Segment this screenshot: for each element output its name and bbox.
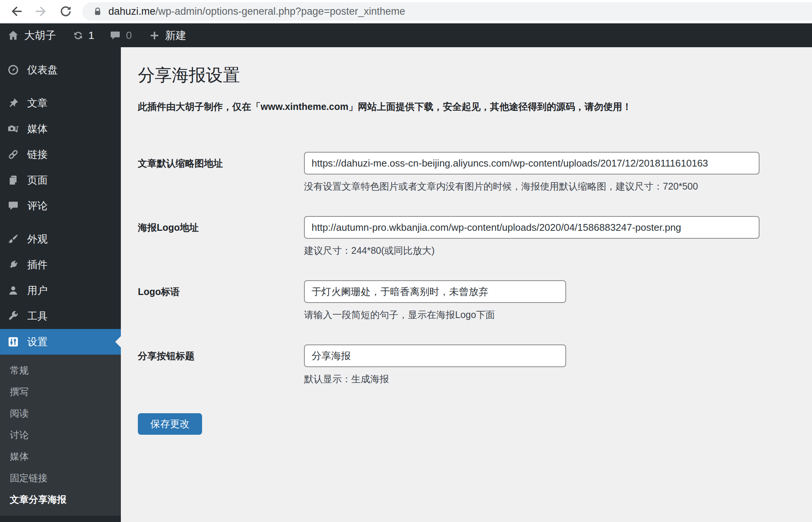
back-arrow-icon — [10, 5, 23, 18]
settings-page: 分享海报设置 此插件由大胡子制作，仅在「www.xintheme.com」网站上… — [121, 47, 812, 522]
pages-icon — [8, 175, 19, 186]
dashboard-icon — [8, 64, 19, 76]
logo-slogan-input[interactable] — [304, 280, 566, 303]
plugins-icon — [8, 259, 19, 270]
submenu-item-general[interactable]: 常规 — [0, 360, 121, 381]
field-label: 分享按钮标题 — [138, 344, 304, 367]
poster-settings-form: 文章默认缩略图地址 没有设置文章特色图片或者文章内没有图片的时候，海报使用默认缩… — [138, 152, 812, 435]
admin-bar-comments[interactable]: 0 — [110, 29, 132, 42]
sidebar-item-settings[interactable]: 设置 — [0, 329, 121, 355]
browser-forward-button[interactable] — [34, 5, 48, 18]
posts-icon — [8, 97, 19, 109]
wp-admin-bar: 大胡子 1 0 新建 — [0, 23, 812, 47]
media-icon — [8, 123, 19, 134]
admin-bar-updates[interactable]: 1 — [73, 29, 94, 42]
submenu-item-reading[interactable]: 阅读 — [0, 403, 121, 424]
sidebar-item-tools[interactable]: 工具 — [0, 303, 121, 329]
admin-bar-new-content[interactable]: 新建 — [149, 28, 186, 43]
default-thumbnail-url-input[interactable] — [304, 152, 760, 175]
comment-bubble-icon — [110, 30, 121, 41]
sidebar-item-label: 仪表盘 — [27, 63, 58, 77]
comments-icon — [8, 200, 19, 212]
submenu-item-permalinks[interactable]: 固定链接 — [0, 467, 121, 489]
sidebar-item-label: 评论 — [27, 199, 48, 213]
sidebar-item-appearance[interactable]: 外观 — [0, 226, 121, 252]
field-row-default-thumbnail: 文章默认缩略图地址 没有设置文章特色图片或者文章内没有图片的时候，海报使用默认缩… — [138, 152, 812, 192]
url-text: dahuzi.me/wp-admin/options-general.php?p… — [108, 6, 405, 17]
settings-submenu: 常规 撰写 阅读 讨论 媒体 固定链接 文章分享海报 — [0, 355, 121, 516]
browser-back-button[interactable] — [10, 5, 23, 18]
settings-icon — [8, 336, 19, 347]
sidebar-item-label: 文章 — [27, 96, 48, 110]
field-row-share-button-title: 分享按钮标题 默认显示：生成海报 — [138, 344, 812, 385]
reload-icon — [59, 5, 73, 18]
field-label: Logo标语 — [138, 280, 304, 303]
links-icon — [8, 149, 19, 160]
appearance-icon — [8, 233, 19, 245]
submenu-item-media[interactable]: 媒体 — [0, 446, 121, 467]
field-help: 没有设置文章特色图片或者文章内没有图片的时候，海报使用默认缩略图，建议尺寸：72… — [304, 181, 812, 192]
comment-count: 0 — [126, 29, 132, 42]
sidebar-item-label: 工具 — [27, 309, 48, 323]
field-label: 文章默认缩略图地址 — [138, 152, 304, 175]
field-help: 建议尺寸：244*80(或同比放大) — [304, 245, 812, 256]
sidebar-item-users[interactable]: 用户 — [0, 278, 121, 303]
sidebar-item-pages[interactable]: 页面 — [0, 167, 121, 193]
wp-admin-sidebar: 仪表盘 文章 媒体 链接 页面 — [0, 47, 121, 522]
tools-icon — [8, 310, 19, 322]
sidebar-item-label: 插件 — [27, 258, 48, 272]
submenu-item-share-poster[interactable]: 文章分享海报 — [0, 489, 121, 510]
submenu-item-writing[interactable]: 撰写 — [0, 381, 121, 403]
updates-icon — [73, 30, 84, 41]
menu-separator — [0, 83, 121, 90]
poster-logo-url-input[interactable] — [304, 216, 760, 239]
admin-bar-new-label: 新建 — [165, 28, 186, 43]
sidebar-item-label: 设置 — [27, 335, 48, 349]
lock-icon — [93, 7, 102, 16]
users-icon — [8, 285, 19, 296]
sidebar-item-comments[interactable]: 评论 — [0, 193, 121, 219]
admin-bar-site-name: 大胡子 — [24, 28, 56, 43]
field-label: 海报Logo地址 — [138, 216, 304, 239]
sidebar-item-plugins[interactable]: 插件 — [0, 252, 121, 278]
plus-icon — [149, 30, 160, 41]
admin-bar-site-menu[interactable]: 大胡子 — [8, 28, 56, 43]
page-title: 分享海报设置 — [138, 65, 812, 86]
sidebar-item-media[interactable]: 媒体 — [0, 116, 121, 142]
save-changes-button[interactable]: 保存更改 — [138, 413, 202, 435]
browser-reload-button[interactable] — [59, 5, 73, 18]
sidebar-item-label: 用户 — [27, 284, 48, 297]
field-help: 请输入一段简短的句子，显示在海报Logo下面 — [304, 309, 812, 320]
browser-toolbar: dahuzi.me/wp-admin/options-general.php?p… — [0, 0, 812, 23]
sidebar-item-posts[interactable]: 文章 — [0, 90, 121, 116]
sidebar-item-label: 媒体 — [27, 122, 48, 136]
menu-separator — [0, 219, 121, 226]
plugin-notice: 此插件由大胡子制作，仅在「www.xintheme.com」网站上面提供下载，安… — [138, 100, 812, 113]
sidebar-item-dashboard[interactable]: 仪表盘 — [0, 57, 121, 83]
sidebar-item-label: 外观 — [27, 232, 48, 246]
sidebar-item-links[interactable]: 链接 — [0, 142, 121, 167]
url-domain: dahuzi.me — [108, 6, 156, 17]
home-icon — [8, 30, 19, 41]
address-bar[interactable]: dahuzi.me/wp-admin/options-general.php?p… — [82, 2, 812, 21]
field-row-poster-logo: 海报Logo地址 建议尺寸：244*80(或同比放大) — [138, 216, 812, 256]
field-row-logo-slogan: Logo标语 请输入一段简短的句子，显示在海报Logo下面 — [138, 280, 812, 320]
forward-arrow-icon — [34, 5, 48, 18]
url-path: /wp-admin/options-general.php?page=poste… — [156, 6, 405, 17]
share-button-title-input[interactable] — [304, 344, 566, 367]
sidebar-item-label: 页面 — [27, 173, 48, 187]
update-count: 1 — [88, 29, 94, 42]
sidebar-item-label: 链接 — [27, 148, 48, 161]
field-help: 默认显示：生成海报 — [304, 373, 812, 385]
submenu-item-discussion[interactable]: 讨论 — [0, 424, 121, 446]
